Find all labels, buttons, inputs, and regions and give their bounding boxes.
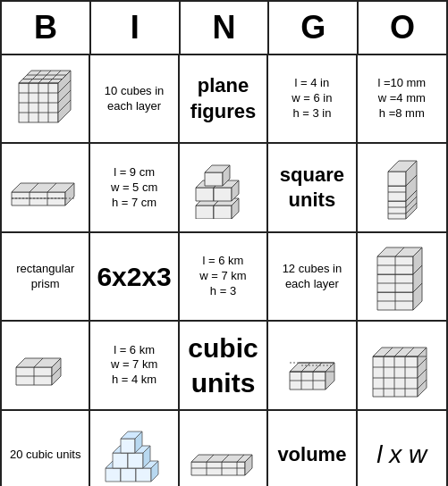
svg-marker-37	[214, 188, 232, 201]
cell-text-l6km-h3: l = 6 km w = 7 km h = 3	[199, 254, 246, 299]
flat-wide-3d-svg	[187, 431, 258, 480]
cell-text-plane: plane figures	[183, 73, 263, 124]
svg-marker-43	[388, 201, 406, 219]
cell-3-4: 12 cubes in each layer	[268, 233, 357, 322]
header-n: N	[181, 2, 270, 55]
cell-3-1: rectangular prism	[2, 233, 90, 322]
small-rect-svg	[12, 340, 79, 390]
header-o: O	[359, 2, 446, 55]
cell-text-cubic: cubic units	[183, 331, 263, 400]
cell-text-10cubes: 10 cubes in each layer	[94, 84, 173, 114]
cube-layer-top-svg	[281, 336, 343, 394]
cell-2-4: square units	[268, 144, 357, 232]
bingo-card: B I N G O	[0, 0, 448, 486]
cell-4-3: cubic units	[180, 322, 268, 410]
cell-text-l4in: l = 4 in w = 6 in h = 3 in	[292, 76, 332, 122]
cell-text-l9cm: l = 9 cm w = 5 cm h = 7 cm	[111, 165, 157, 211]
svg-marker-28	[196, 205, 214, 219]
svg-marker-40	[205, 172, 223, 186]
cell-5-4: volume	[268, 411, 357, 486]
tall-cube-right2-svg	[370, 239, 433, 314]
cell-3-3: l = 6 km w = 7 km h = 3	[180, 233, 268, 322]
svg-marker-126	[121, 439, 135, 453]
cell-4-4	[268, 322, 357, 410]
cell-5-1: 20 cubic units	[2, 411, 90, 486]
cell-1-2: 10 cubes in each layer	[90, 55, 179, 144]
cell-5-3	[180, 411, 268, 486]
large-cube-svg	[10, 65, 81, 132]
cell-1-4: l = 4 in w = 6 in h = 3 in	[268, 55, 357, 144]
svg-marker-34	[196, 188, 214, 201]
cell-1-5: l =10 mm w =4 mm h =8 mm	[358, 55, 446, 144]
svg-marker-19	[12, 192, 65, 205]
header-g: G	[269, 2, 359, 55]
cell-4-1	[2, 322, 90, 410]
stacked-cubes-svg	[191, 156, 254, 219]
svg-marker-114	[121, 468, 136, 482]
svg-marker-51	[388, 186, 406, 201]
svg-marker-20	[12, 183, 74, 192]
cell-text-12cubes: 12 cubes in each layer	[272, 262, 351, 292]
cell-3-5	[358, 233, 446, 322]
cell-4-2: l = 6 km w = 7 km h = 4 km	[90, 322, 179, 410]
cell-2-5	[358, 144, 446, 232]
cell-text-lxw: l x w	[376, 439, 427, 471]
cube-pyramid-svg	[101, 423, 168, 486]
svg-marker-97	[418, 348, 427, 397]
wide-cube-svg	[368, 330, 435, 401]
svg-marker-123	[128, 453, 143, 468]
cell-5-2	[90, 411, 179, 486]
cell-1-1	[2, 55, 90, 144]
cell-2-3	[180, 144, 268, 232]
tall-cube-right-svg	[370, 152, 433, 223]
cell-text-20cubic: 20 cubic units	[10, 448, 81, 463]
cell-4-5	[358, 322, 446, 410]
cell-text-square: square units	[272, 163, 351, 214]
svg-marker-95	[373, 356, 418, 397]
cell-2-1	[2, 144, 90, 232]
cell-3-2: 6x2x3	[90, 233, 179, 322]
cell-text-l6km-h4km: l = 6 km w = 7 km h = 4 km	[111, 343, 157, 389]
cell-text-6x2x3: 6x2x3	[97, 259, 171, 294]
svg-marker-55	[388, 172, 406, 186]
cell-text-l10mm: l =10 mm w =4 mm h =8 mm	[377, 76, 426, 122]
svg-marker-120	[113, 453, 128, 468]
header-b: B	[2, 2, 91, 55]
cell-2-2: l = 9 cm w = 5 cm h = 7 cm	[90, 144, 179, 232]
svg-marker-117	[136, 468, 151, 482]
svg-marker-111	[106, 468, 121, 482]
cell-1-3: plane figures	[180, 55, 268, 144]
svg-marker-31	[214, 205, 232, 219]
cell-text-volume: volume	[277, 442, 346, 468]
bingo-grid: 10 cubes in each layer plane figures l =…	[2, 55, 446, 486]
flat-rect-svg	[7, 161, 83, 214]
cell-text-rect-prism: rectangular prism	[5, 262, 85, 292]
bingo-header: B I N G O	[2, 2, 446, 55]
cell-5-5: l x w	[358, 411, 446, 486]
header-i: I	[91, 2, 181, 55]
